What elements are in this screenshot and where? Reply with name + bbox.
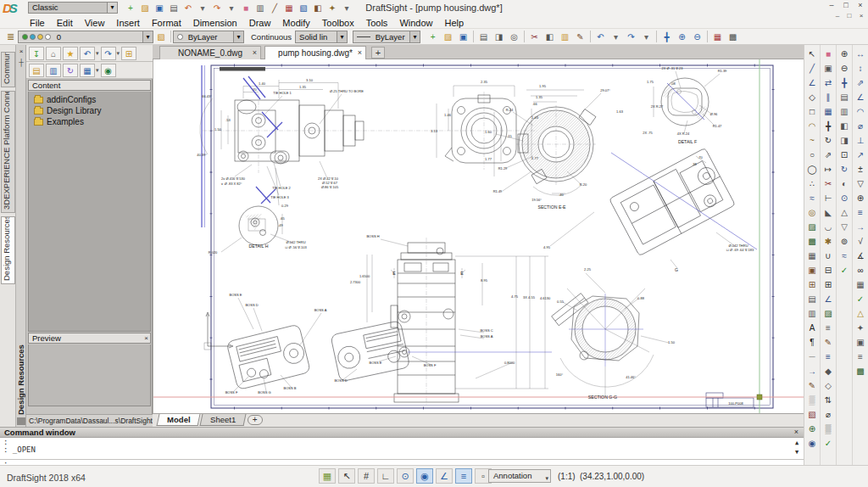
ui-panel-icon[interactable]: ▩ [726, 30, 740, 43]
angle-icon[interactable]: ∡ [854, 249, 868, 263]
sidebar-tab-community[interactable]: Community [1, 52, 15, 87]
tile-view-icon[interactable]: ◨ [837, 133, 852, 148]
spline-icon[interactable]: ~ [805, 133, 820, 148]
trim-icon[interactable]: ✂ [821, 176, 836, 191]
menu-item-dimension[interactable]: Dimension [187, 18, 243, 28]
dimension-table-icon[interactable]: ▦ [854, 277, 868, 292]
property-painter-icon[interactable]: ✎ [821, 335, 836, 350]
tree-item-addinconfigs[interactable]: addinConfigs [34, 94, 150, 105]
copy-icon[interactable]: ◧ [542, 30, 557, 43]
toolbox-icon[interactable]: ▩ [854, 364, 868, 378]
check-icon[interactable]: ✓ [854, 292, 868, 306]
circle-icon[interactable]: ○ [805, 148, 820, 162]
chamfer-icon[interactable]: ◣ [821, 205, 836, 220]
tree-item-design-library[interactable]: Design Library [34, 105, 150, 116]
view-down-icon[interactable]: ▽ [837, 220, 852, 234]
diameter-dimension-icon[interactable]: ⌀ [854, 119, 868, 133]
menu-item-file[interactable]: File [24, 18, 51, 28]
chevron-down-icon[interactable]: ▾ [233, 31, 243, 42]
panel-close-icon[interactable]: × [16, 48, 26, 55]
command-scrollbar[interactable]: ▲▼ [793, 439, 801, 459]
mesh-icon[interactable]: ▦ [805, 249, 820, 263]
datum-icon[interactable]: ▽ [854, 176, 868, 191]
tree-item-examples[interactable]: Examples [34, 116, 150, 127]
arc-icon[interactable]: ◠ [805, 119, 820, 133]
radius-dimension-icon[interactable]: ◠ [854, 104, 868, 119]
group-icon[interactable]: ◆ [821, 364, 836, 378]
line-color-combo[interactable]: ByLayer ▾ [173, 31, 244, 43]
grid-icon[interactable]: # [358, 468, 375, 484]
command-close-icon[interactable]: × [794, 428, 798, 437]
menu-item-help[interactable]: Help [439, 18, 470, 28]
properties-icon[interactable]: ≡ [821, 321, 836, 335]
edit-hatch-icon[interactable]: ▨ [821, 306, 836, 321]
undo-icon[interactable]: ↶ [593, 30, 608, 43]
tab-close-icon[interactable]: × [253, 47, 257, 59]
display-order-icon[interactable]: ⇅ [821, 393, 836, 407]
batch-print-icon[interactable]: ◨ [492, 30, 506, 43]
pan-icon[interactable]: ╋ [659, 30, 674, 43]
home-icon[interactable]: ⌂ [46, 47, 61, 60]
leader-icon[interactable]: ↗ [854, 148, 868, 162]
new-document-tab-button[interactable]: + [371, 47, 385, 59]
measure-icon[interactable]: ⌀ [821, 407, 836, 422]
attach-image-icon[interactable]: ▤ [805, 292, 820, 306]
color-manager-icon[interactable]: ▦ [710, 30, 725, 43]
orbit-icon[interactable]: ⊙ [837, 191, 852, 205]
wave-icon[interactable]: ≈ [837, 249, 852, 263]
center-view-icon[interactable]: ⊚ [837, 234, 852, 249]
web-icon[interactable]: ◉ [101, 64, 116, 77]
redo-arrow-icon[interactable]: ▾ [639, 30, 654, 43]
menu-item-insert[interactable]: Insert [110, 18, 146, 28]
join-icon[interactable]: ⊞ [821, 277, 836, 292]
layer-tools-icon[interactable]: ≡ [821, 350, 836, 364]
pdf-underlay-icon[interactable]: ▧ [805, 407, 820, 422]
delete-icon[interactable]: ■ [821, 47, 836, 61]
extend-icon[interactable]: ⊢ [821, 191, 836, 205]
pattern-icon[interactable]: ▒ [805, 393, 820, 407]
preview-close-icon[interactable]: × [144, 333, 148, 343]
layer-combo[interactable]: 0 ▾ [18, 31, 153, 43]
zoom-out-icon[interactable]: ⊖ [837, 61, 852, 76]
point-icon[interactable]: ∴ [805, 176, 820, 191]
rotate-icon[interactable]: ↻ [821, 133, 836, 148]
attach-icon[interactable]: ⊕ [805, 422, 820, 436]
chevron-down-icon[interactable]: ▾ [409, 31, 420, 42]
polar-icon[interactable]: ⊙ [397, 468, 414, 484]
scale-icon[interactable]: ⇗ [821, 148, 836, 162]
doc-close-button[interactable]: × [857, 12, 865, 20]
chevron-down-icon[interactable]: ▾ [337, 31, 347, 42]
array-icon[interactable]: ▒ [821, 422, 836, 436]
undo-arrow-icon[interactable]: ▾ [609, 30, 623, 43]
confirm-view-icon[interactable]: ✓ [837, 263, 852, 277]
drawing-viewport[interactable]: 1.40.703.101.35TIE HOLE 1Ø.25 THRU TO BO… [153, 59, 804, 413]
view-mode-icon[interactable]: ▦ [80, 64, 95, 77]
linestyle-combo[interactable]: Solid lin ▾ [295, 31, 348, 43]
named-view-icon[interactable]: ⊡ [837, 148, 852, 162]
warning-icon[interactable]: △ [854, 306, 868, 321]
redo-icon[interactable]: ↷ [624, 30, 638, 43]
explode-icon[interactable]: ✱ [821, 234, 836, 249]
copy-entity-icon[interactable]: ▣ [821, 61, 836, 76]
continue-dimension-icon[interactable]: → [854, 220, 868, 234]
line-icon[interactable]: ╱ [805, 61, 820, 76]
lineweight-combo[interactable]: ByLayer ▾ [353, 31, 420, 43]
preview-toggle-icon[interactable]: ▥ [46, 64, 61, 77]
open-folder-icon[interactable]: ↧ [29, 47, 44, 60]
finish-icon[interactable]: ✓ [821, 436, 836, 451]
sheet-tab-model[interactable]: Model [157, 414, 201, 426]
simple-note-icon[interactable]: ¶ [805, 335, 820, 350]
refresh-icon[interactable]: ↻ [63, 64, 78, 77]
command-history[interactable]: ▲▼ :: _OPEN [0, 438, 804, 460]
print-preview-icon[interactable]: ◎ [507, 30, 521, 43]
mirror-icon[interactable]: ⇄ [821, 76, 836, 90]
open-file-icon[interactable]: ▨ [441, 30, 455, 43]
select-icon[interactable]: ↖ [805, 47, 820, 61]
sidebar-tab-design-resources[interactable]: Design Resources [1, 216, 15, 284]
note-icon[interactable]: A [805, 321, 820, 335]
move-icon[interactable]: ╋ [821, 119, 836, 133]
block-tool-icon[interactable]: ▣ [854, 335, 868, 350]
menu-item-window[interactable]: Window [393, 18, 438, 28]
menu-item-toolbox[interactable]: Toolbox [316, 18, 360, 28]
tolerance-icon[interactable]: ± [854, 162, 868, 176]
